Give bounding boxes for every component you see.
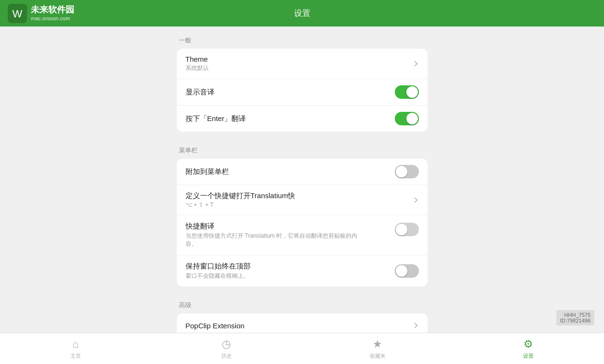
toggle-keep-on-top[interactable] (395, 264, 419, 278)
row-define-shortcut-label: 定义一个快捷键打开Translatium快 (186, 191, 413, 201)
row-quick-translate: 快捷翻译 当您使用快捷方式打开 Translatium 时，它将自动翻译您剪贴板… (177, 215, 428, 256)
favorites-icon: ★ (373, 338, 382, 351)
row-popclip-right (413, 324, 419, 327)
toggle-knob (396, 224, 407, 235)
section-general: 一般 Theme 系统默认 显示音译 (177, 36, 428, 132)
section-menubar-card: 附加到菜单栏 定义一个快捷键打开Translatium快 ⌥ + ⇧ + T (177, 159, 428, 286)
page-title: 设置 (294, 8, 310, 19)
nav-settings-label: 设置 (523, 352, 534, 360)
chevron-icon (412, 197, 417, 202)
row-popclip-content: PopClip Extension (186, 322, 413, 330)
nav-favorites-label: 收藏夹 (370, 352, 386, 360)
svg-text:W: W (13, 8, 23, 20)
row-quick-translate-content: 快捷翻译 当您使用快捷方式打开 Translatium 时，它将自动翻译您剪贴板… (186, 222, 395, 248)
row-enter-translate: 按下「Enter」翻译 (177, 106, 428, 132)
row-quick-translate-sublabel: 当您使用快捷方式打开 Translatium 时，它将自动翻译您剪贴板的内容。 (186, 232, 369, 248)
row-keep-on-top-content: 保持窗口始终在顶部 窗口不会隐藏在模糊上。 (186, 262, 395, 280)
row-show-phonetic-label: 显示音译 (186, 88, 395, 97)
row-theme-right (413, 62, 419, 66)
toggle-quick-translate[interactable] (395, 223, 419, 236)
nav-home-label: 主页 (70, 352, 81, 360)
section-advanced-card: PopClip Extension 登录时打开 不 可用时使用硬件加 (177, 313, 428, 333)
row-show-phonetic-content: 显示音译 (186, 88, 395, 97)
toggle-enter-translate[interactable] (395, 112, 419, 125)
section-advanced: 高级 PopClip Extension 登录时打开 不 (177, 301, 428, 333)
row-define-shortcut-content: 定义一个快捷键打开Translatium快 ⌥ + ⇧ + T (186, 191, 413, 208)
row-define-shortcut-right (413, 198, 419, 202)
history-icon: ◷ (222, 338, 231, 351)
row-add-to-menubar: 附加到菜单栏 (177, 159, 428, 185)
row-enter-translate-right (395, 112, 419, 125)
row-show-phonetic-right (395, 85, 419, 99)
nav-history[interactable]: ◷ 历史 (207, 338, 246, 360)
row-enter-translate-content: 按下「Enter」翻译 (186, 114, 395, 123)
row-enter-translate-label: 按下「Enter」翻译 (186, 114, 395, 123)
toggle-add-to-menubar[interactable] (395, 165, 419, 178)
row-quick-translate-right (395, 223, 419, 236)
row-define-shortcut[interactable]: 定义一个快捷键打开Translatium快 ⌥ + ⇧ + T (177, 185, 428, 215)
nav-settings[interactable]: ⚙ 设置 (509, 338, 548, 360)
section-advanced-title: 高级 (177, 301, 428, 310)
home-icon: ⌂ (72, 338, 79, 351)
bottom-nav: ⌂ 主页 ◷ 历史 ★ 收藏夹 ⚙ 设置 (0, 333, 604, 364)
row-theme-content: Theme 系统默认 (186, 55, 413, 72)
settings-content: 一般 Theme 系统默认 显示音译 (0, 27, 604, 333)
watermark-line1: HHH_7575 (560, 312, 591, 318)
toggle-knob (396, 265, 407, 277)
toggle-knob (406, 113, 418, 124)
row-keep-on-top: 保持窗口始终在顶部 窗口不会隐藏在模糊上。 (177, 256, 428, 286)
nav-home[interactable]: ⌂ 主页 (56, 338, 95, 360)
nav-favorites[interactable]: ★ 收藏夹 (358, 338, 397, 360)
row-theme-label: Theme (186, 55, 413, 63)
row-theme-sublabel: 系统默认 (186, 64, 413, 72)
logo: W 未来软件园 mac.orsoon.com (8, 4, 74, 23)
logo-main: 未来软件园 (31, 5, 74, 15)
section-menubar-title: 菜单栏 (177, 146, 428, 155)
chevron-icon (412, 61, 417, 66)
watermark-line2: ID:79821496 (560, 318, 591, 324)
nav-history-label: 历史 (221, 352, 232, 360)
row-quick-translate-label: 快捷翻译 (186, 222, 395, 231)
top-bar: W 未来软件园 mac.orsoon.com 设置 (0, 0, 604, 27)
row-add-to-menubar-right (395, 165, 419, 178)
toggle-knob (396, 166, 407, 177)
watermark: HHH_7575 ID:79821496 (556, 310, 594, 325)
chevron-icon (412, 323, 417, 328)
logo-icon: W (8, 4, 27, 23)
section-general-card: Theme 系统默认 显示音译 (177, 49, 428, 132)
settings-icon: ⚙ (523, 338, 533, 351)
section-menubar: 菜单栏 附加到菜单栏 定义一个快捷键打开Translatium快 ⌥ + ⇧ +… (177, 146, 428, 286)
row-theme[interactable]: Theme 系统默认 (177, 49, 428, 79)
row-keep-on-top-sublabel: 窗口不会隐藏在模糊上。 (186, 272, 395, 280)
row-define-shortcut-sublabel: ⌥ + ⇧ + T (186, 202, 413, 208)
row-show-phonetic: 显示音译 (177, 79, 428, 106)
row-popclip[interactable]: PopClip Extension (177, 313, 428, 333)
toggle-show-phonetic[interactable] (395, 85, 419, 99)
section-general-title: 一般 (177, 36, 428, 45)
row-keep-on-top-label: 保持窗口始终在顶部 (186, 262, 395, 271)
row-add-to-menubar-content: 附加到菜单栏 (186, 167, 395, 176)
logo-text: 未来软件园 mac.orsoon.com (31, 5, 74, 22)
logo-sub: mac.orsoon.com (31, 15, 74, 22)
row-add-to-menubar-label: 附加到菜单栏 (186, 167, 395, 176)
row-popclip-label: PopClip Extension (186, 322, 413, 330)
toggle-knob (406, 86, 418, 98)
row-keep-on-top-right (395, 264, 419, 278)
